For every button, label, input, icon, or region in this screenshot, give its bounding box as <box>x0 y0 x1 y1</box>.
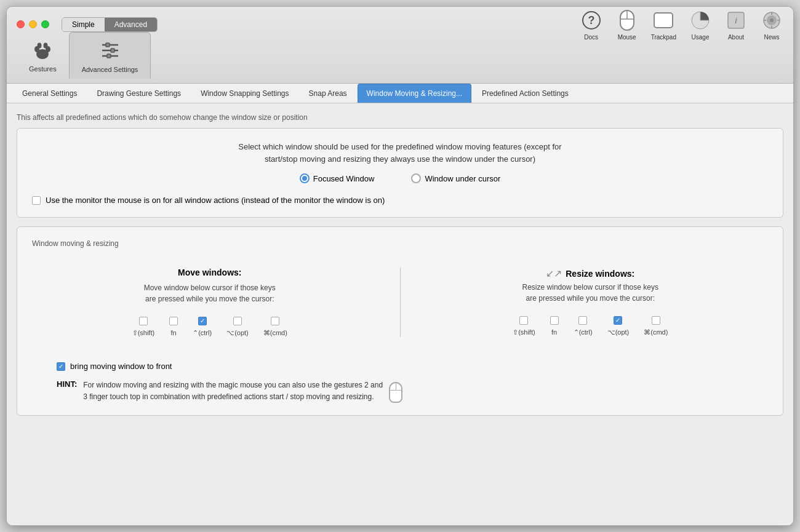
move-cmd-label: ⌘(cmd) <box>263 329 287 337</box>
advanced-mode-button[interactable]: Advanced <box>105 18 157 31</box>
resize-fn-checkbox[interactable] <box>550 316 559 325</box>
resize-opt-label: ⌥(opt) <box>607 328 630 336</box>
resize-opt-item: ⌥(opt) <box>607 316 630 336</box>
move-opt-label: ⌥(opt) <box>226 329 249 337</box>
usage-icon <box>689 9 712 32</box>
hint-text: For window moving and resizing with the … <box>83 379 383 403</box>
under-cursor-radio[interactable] <box>411 173 421 183</box>
resize-fn-label: fn <box>551 328 557 336</box>
move-cmd-item: ⌘(cmd) <box>263 317 287 337</box>
resize-cmd-label: ⌘(cmd) <box>644 328 668 336</box>
resize-arrows-icon: ↙↗ <box>546 268 562 279</box>
move-shift-item: ⇧(shift) <box>132 317 155 337</box>
under-cursor-label: Window under cursor <box>425 174 500 183</box>
resize-windows-title: Resize windows: <box>566 269 634 279</box>
resize-opt-checkbox[interactable] <box>614 316 622 325</box>
monitor-checkbox-row: Use the monitor the mouse is on for all … <box>32 196 768 205</box>
move-windows-column: Move windows: Move window below cursor i… <box>57 268 363 337</box>
content-area: This affects all predefined actions whic… <box>7 103 793 525</box>
maximize-button[interactable] <box>41 20 49 28</box>
select-window-text: Select which window should be used for t… <box>32 141 768 165</box>
gestures-label: Gestures <box>29 65 57 73</box>
tab-snapping[interactable]: Window Snapping Settings <box>191 84 298 103</box>
window-moving-title: Window moving & resizing <box>32 239 768 248</box>
monitor-checkbox-label: Use the monitor the mouse is on for all … <box>46 196 385 205</box>
docs-icon: ? <box>580 9 603 32</box>
svg-point-10 <box>770 18 774 22</box>
minimize-button[interactable] <box>29 20 37 28</box>
about-icon: i <box>724 9 748 32</box>
mouse-icon-toolbar <box>615 9 639 32</box>
move-opt-item: ⌥(opt) <box>226 317 249 337</box>
move-opt-checkbox[interactable] <box>233 317 242 325</box>
main-icon-group: Gestures Advanced Settings <box>17 32 151 79</box>
bring-front-checkbox[interactable] <box>57 362 65 371</box>
close-button[interactable] <box>17 20 25 28</box>
traffic-lights <box>17 20 49 28</box>
simple-mode-button[interactable]: Simple <box>62 18 105 31</box>
radio-focused-window[interactable]: Focused Window <box>300 173 375 183</box>
window-moving-card: Window moving & resizing Move windows: M… <box>17 226 783 416</box>
svg-point-18 <box>38 43 42 49</box>
resize-windows-column: ↙↗ Resize windows: Resize window below c… <box>438 268 744 337</box>
resize-cmd-item: ⌘(cmd) <box>644 316 668 336</box>
move-windows-title: Move windows: <box>178 268 241 277</box>
resize-shift-label: ⇧(shift) <box>513 328 535 336</box>
section-description: This affects all predefined actions whic… <box>17 113 783 122</box>
move-resize-grid: Move windows: Move window below cursor i… <box>32 255 768 349</box>
move-windows-desc: Move window below cursor if those keysar… <box>144 282 276 304</box>
move-fn-checkbox[interactable] <box>169 317 178 325</box>
move-shift-label: ⇧(shift) <box>132 329 155 337</box>
move-fn-item: fn <box>169 317 178 336</box>
titlebar: Simple Advanced ? Docs <box>7 7 793 84</box>
resize-shift-checkbox[interactable] <box>519 316 528 325</box>
sliders-icon <box>97 38 123 63</box>
resize-shift-item: ⇧(shift) <box>513 316 535 336</box>
resize-windows-desc: Resize window below cursor if those keys… <box>522 282 658 304</box>
main-window: Simple Advanced ? Docs <box>6 6 794 526</box>
resize-fn-item: fn <box>550 316 559 336</box>
monitor-checkbox[interactable] <box>32 196 41 205</box>
svg-point-19 <box>44 43 48 49</box>
mouse-illustration <box>389 382 402 403</box>
advanced-settings-label: Advanced Settings <box>82 66 138 73</box>
resize-ctrl-checkbox[interactable] <box>578 316 587 325</box>
move-fn-label: fn <box>171 329 177 336</box>
svg-rect-24 <box>111 49 114 52</box>
move-key-checkboxes: ⇧(shift) fn ⌃(ctrl) ⌥(opt) <box>132 317 287 337</box>
radio-under-cursor[interactable]: Window under cursor <box>411 173 500 183</box>
news-icon <box>760 9 783 32</box>
tab-general[interactable]: General Settings <box>13 84 86 103</box>
column-divider <box>400 268 401 337</box>
hint-row: HINT: For window moving and resizing wit… <box>57 379 768 403</box>
resize-cmd-checkbox[interactable] <box>652 316 660 325</box>
resize-ctrl-label: ⌃(ctrl) <box>574 328 593 336</box>
bring-front-label: bring moving window to front <box>70 362 172 371</box>
advanced-settings-icon-item[interactable]: Advanced Settings <box>69 32 151 79</box>
tab-window-moving[interactable]: Window Moving & Resizing... <box>358 84 471 103</box>
move-ctrl-item: ⌃(ctrl) <box>193 317 212 337</box>
move-shift-checkbox[interactable] <box>139 317 148 325</box>
window-selection-radio-group: Focused Window Window under cursor <box>32 173 768 183</box>
svg-text:?: ? <box>588 14 594 26</box>
focused-window-label: Focused Window <box>313 174 375 183</box>
resize-key-checkboxes: ⇧(shift) fn ⌃(ctrl) ⌥(opt) <box>513 316 668 336</box>
svg-rect-5 <box>654 13 673 28</box>
svg-rect-25 <box>107 54 111 58</box>
move-ctrl-checkbox[interactable] <box>198 317 207 325</box>
resize-ctrl-item: ⌃(ctrl) <box>574 316 593 336</box>
move-ctrl-label: ⌃(ctrl) <box>193 329 212 337</box>
mode-button-group: Simple Advanced <box>62 17 158 32</box>
hint-label: HINT: <box>57 379 77 389</box>
tab-predefined[interactable]: Predefined Action Settings <box>473 84 578 103</box>
move-cmd-checkbox[interactable] <box>271 317 279 325</box>
bring-front-row: bring moving window to front <box>57 362 768 371</box>
paw-icon <box>30 37 55 63</box>
trackpad-icon <box>652 9 675 32</box>
tabs-bar: General Settings Drawing Gesture Setting… <box>7 84 793 103</box>
focused-window-radio[interactable] <box>300 173 310 183</box>
tab-drawing[interactable]: Drawing Gesture Settings <box>87 84 190 103</box>
gestures-icon-item[interactable]: Gestures <box>17 32 69 79</box>
svg-rect-23 <box>106 43 110 47</box>
tab-snap-areas[interactable]: Snap Areas <box>300 84 356 103</box>
